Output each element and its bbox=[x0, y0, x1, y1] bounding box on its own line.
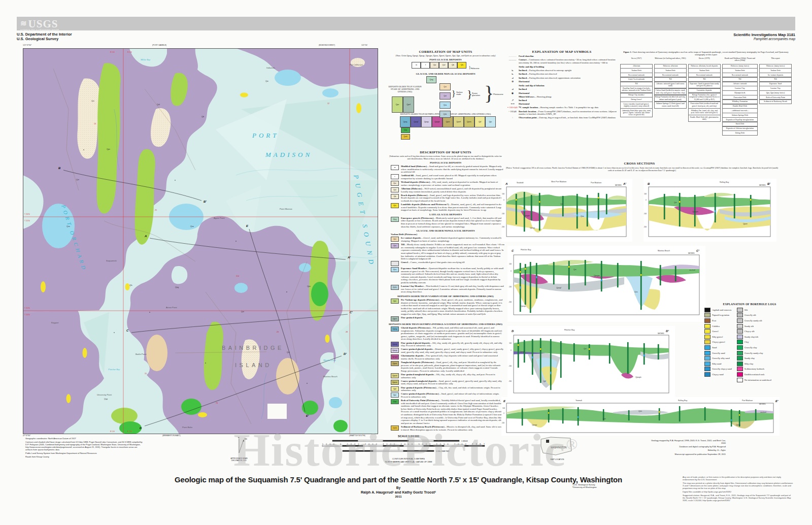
legend-row: Sandy clay/silt bbox=[737, 334, 771, 340]
unit-chip bbox=[391, 261, 399, 266]
unit-box: Qva bbox=[439, 102, 451, 109]
svg-text:D: D bbox=[512, 330, 514, 333]
legend-swatch bbox=[737, 329, 743, 334]
legend-swatch bbox=[737, 372, 743, 377]
svg-text:Indianola: Indianola bbox=[266, 67, 276, 69]
svg-text:Qpv: Qpv bbox=[107, 148, 110, 150]
map-unit-entry: QvlcLawton Clay Member—Thin-bedded (5 mm… bbox=[387, 285, 504, 293]
unit-box: Qb bbox=[448, 62, 457, 69]
credit-line: Contours and shaded relief base image ca… bbox=[25, 441, 145, 451]
map-unit-entry: mModified land (Holocene)—Sand and grave… bbox=[387, 165, 504, 174]
vashon-stack: QviQvtQvaQvlc bbox=[439, 83, 450, 120]
credit-line: Geographic coordinates: North American D… bbox=[25, 438, 145, 440]
svg-text:E: E bbox=[503, 400, 506, 403]
symbol-row: ⊾Inclined—Facing direction observed in o… bbox=[506, 69, 617, 72]
contour-interval: CONTOUR INTERVAL 5 METERS bbox=[292, 457, 525, 460]
cross-section-e: E E′ Yeomalt Rolling Bay Port Madison ME… bbox=[501, 397, 780, 438]
svg-text:74: 74 bbox=[216, 402, 218, 404]
grid-label: T 25 N bbox=[24, 307, 30, 309]
svg-text:B′: B′ bbox=[767, 182, 770, 185]
svg-text:100: 100 bbox=[502, 407, 505, 409]
unit-chip: Qva bbox=[391, 267, 399, 272]
map-unit-entry: QponfFine-grained nonglacial deposits—Si… bbox=[387, 373, 504, 379]
svg-text:114: 114 bbox=[236, 275, 239, 277]
grid-label: R 2 E bbox=[127, 431, 132, 433]
svg-text:0: 0 bbox=[646, 199, 647, 201]
legend-swatch bbox=[704, 335, 710, 339]
figure1-cell: Double Bluff Drift (till, glaciomarine d… bbox=[688, 115, 721, 122]
description-of-map-units: DESCRIPTION OF MAP UNITS [Subsurface uni… bbox=[387, 150, 504, 432]
svg-text:Qpogm: Qpogm bbox=[692, 211, 698, 213]
symbol-row: ———Contact—Continuous where estimated lo… bbox=[506, 58, 617, 64]
figure1-cell: Salmon Springs (?) Drift (gravel and coa… bbox=[654, 102, 687, 109]
symbol-row: ⊿Inclined bbox=[506, 88, 617, 90]
unit-box: Qvlc bbox=[439, 111, 451, 118]
symbol-glyph-icon: + bbox=[506, 116, 519, 119]
svg-text:C: C bbox=[512, 249, 514, 252]
legend-row: Clayey silt bbox=[737, 329, 771, 334]
unit-box: Qsrb bbox=[401, 134, 410, 140]
credit-line: Manuscript approved for publication Sept… bbox=[650, 453, 726, 456]
svg-text:-200: -200 bbox=[501, 226, 504, 228]
cross-section-c: C C′ Fletcher Bay Manitou Beach METERS bbox=[507, 246, 705, 324]
svg-text:Qb: Qb bbox=[201, 116, 204, 118]
unit-chip: Qvi bbox=[391, 237, 399, 242]
unit-chip: Qb bbox=[391, 194, 399, 199]
legend-swatch bbox=[737, 318, 743, 323]
symbol-glyph-icon: ⊾ bbox=[506, 69, 519, 72]
agency-lines: U.S. Department of the InteriorU.S. Geol… bbox=[17, 32, 72, 41]
svg-text:28: 28 bbox=[346, 331, 348, 333]
legend-row: No information or undefined bbox=[737, 377, 771, 383]
symbol-row: Strike and dip of foliation bbox=[506, 84, 617, 87]
svg-text:Port Madison: Port Madison bbox=[591, 182, 601, 184]
svg-text:Port Madison: Port Madison bbox=[742, 400, 753, 402]
symbol-glyph-icon: ◉ bbox=[506, 92, 519, 94]
cartography-credits: Geology mapped by R.A. Haugerud, 1998–20… bbox=[650, 440, 726, 457]
svg-text:100: 100 bbox=[644, 193, 647, 195]
unit-chip: Qpogm bbox=[391, 354, 399, 359]
svg-text:Qvt: Qvt bbox=[287, 351, 290, 353]
svg-text:25: 25 bbox=[155, 209, 157, 211]
svg-text:-200: -200 bbox=[644, 226, 647, 228]
symbol-glyph-icon: ⟷ bbox=[506, 103, 519, 105]
unit-chip: f bbox=[391, 174, 399, 179]
grid-label: T 25 N bbox=[24, 220, 30, 222]
figure1-cell: Lower member (sand and gravel, slightly … bbox=[620, 102, 653, 109]
svg-text:B: B bbox=[648, 182, 650, 185]
legend-row: Silt bbox=[737, 307, 771, 313]
svg-text:0: 0 bbox=[511, 349, 512, 351]
svg-text:Qvt: Qvt bbox=[560, 203, 563, 205]
neighbor-bottom-left: (BREMERTON EAST) bbox=[162, 435, 181, 437]
svg-text:Qvt: Qvt bbox=[584, 348, 587, 350]
svg-text:Battle Point: Battle Point bbox=[136, 353, 147, 355]
older-vashon-heading: DEPOSITS OLDER THAN VASHON STADE OF ARMS… bbox=[387, 85, 423, 93]
svg-text:Rolling Bay: Rolling Bay bbox=[678, 400, 687, 402]
map-unit-entry: QlsLandslide deposits (Holocene and Plei… bbox=[387, 203, 504, 212]
cross-section-d: D D′ Fletcher Bay METERS bbox=[507, 326, 675, 401]
credit-line: Roads from Kitsap County bbox=[25, 456, 145, 458]
figure1-cell: Colvos Sand (bedded to massive sand; som… bbox=[654, 88, 687, 95]
legend-swatch bbox=[737, 324, 743, 329]
svg-text:Qpogc: Qpogc bbox=[521, 305, 526, 307]
svg-text:Qpogm: Qpogm bbox=[594, 275, 600, 277]
heading-postglacial: POSTGLACIAL DEPOSITS bbox=[387, 161, 504, 164]
usgs-logo: ≋USGSscience for a changing world bbox=[20, 18, 59, 31]
figure1-col-booth: Booth and Waldron (2004); Troost and oth… bbox=[722, 57, 758, 136]
description-title: DESCRIPTION OF MAP UNITS bbox=[387, 150, 504, 154]
unit-box: Qpogc bbox=[421, 116, 432, 127]
unit-box: Qw bbox=[430, 62, 439, 69]
unit-box: Qponf bbox=[453, 116, 464, 127]
symbol-row: ⟷Horizontal bbox=[506, 103, 617, 105]
svg-text:Qw: Qw bbox=[265, 80, 268, 82]
neighbor-top-left: (PORT GAMBLE) bbox=[152, 44, 166, 46]
legend-row: Clay bbox=[737, 340, 771, 345]
heading-vashon: Vashon Drift (Pleistocene) bbox=[391, 233, 504, 236]
unit-chip: Qponf bbox=[391, 373, 399, 378]
legend-swatch bbox=[704, 329, 710, 334]
borehole-legend-right: SiltGravelly siltGravelly sandy siltSand… bbox=[737, 307, 771, 382]
svg-text:Port Jefferson: Port Jefferson bbox=[350, 63, 363, 66]
usgs-wave-icon: ≋ bbox=[20, 19, 27, 27]
legend-swatch bbox=[704, 362, 710, 366]
byline: By bbox=[152, 486, 645, 489]
symbol-row: Minor fold axes—Showing plunge bbox=[506, 95, 617, 98]
